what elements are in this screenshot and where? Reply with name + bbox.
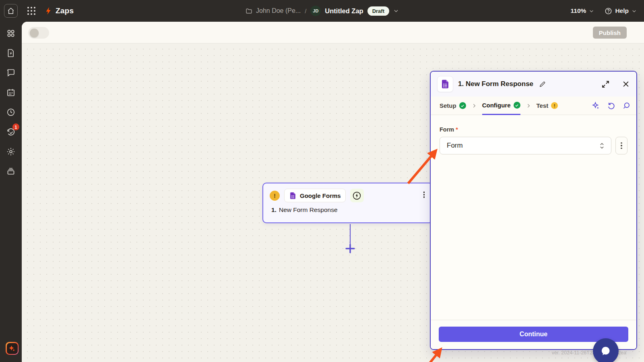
form-field-menu-button[interactable] — [615, 137, 627, 154]
editor-content: Publish ! Google Forms 1. New Form Respo… — [22, 22, 644, 362]
form-field-label: Form* — [440, 126, 627, 133]
tab-separator — [526, 97, 531, 115]
app-name: Google Forms — [300, 192, 341, 199]
close-panel-button[interactable] — [622, 80, 630, 88]
sidebar-item-schedule[interactable] — [6, 88, 16, 97]
chat-support-button[interactable] — [593, 338, 619, 362]
test-warning-icon: ! — [551, 102, 558, 109]
form-select[interactable]: Form — [440, 137, 611, 154]
breadcrumb-separator: / — [305, 8, 306, 14]
step-number: 1. — [271, 206, 277, 214]
folder-icon — [245, 8, 253, 14]
chevron-down-icon — [632, 8, 637, 14]
apps-icon — [6, 29, 16, 38]
zoom-level-control[interactable]: 110% — [571, 7, 594, 14]
tab-separator — [471, 97, 477, 115]
step-connector-line — [350, 224, 351, 244]
help-menu[interactable]: Help — [605, 7, 637, 15]
ai-copilot-button[interactable] — [6, 342, 19, 355]
breadcrumb-folder[interactable]: John Doe (Pe... — [245, 7, 301, 14]
sidebar-item-interfaces[interactable] — [6, 167, 16, 176]
add-step-button[interactable] — [345, 243, 355, 254]
sidebar-item-messages[interactable] — [6, 68, 16, 78]
document-bolt-icon — [6, 48, 16, 58]
chat-icon — [599, 345, 612, 358]
zaps-logo[interactable]: Zaps — [44, 6, 74, 15]
configure-done-icon — [514, 102, 520, 109]
select-stepper-icon — [599, 142, 605, 149]
trigger-event-badge[interactable] — [350, 189, 364, 202]
tab-setup[interactable]: Setup — [440, 97, 466, 115]
undo-icon — [607, 101, 615, 110]
tab-setup-label: Setup — [440, 102, 456, 109]
tab-configure-label: Configure — [482, 102, 511, 109]
zap-canvas[interactable]: ! Google Forms 1. New Form Response — [22, 43, 644, 362]
google-forms-icon — [440, 79, 450, 89]
editor-toolbar: Publish — [22, 22, 644, 43]
google-forms-icon — [289, 192, 297, 200]
form-select-value: Form — [447, 142, 463, 150]
panel-title: 1. New Form Response — [458, 80, 533, 88]
question-circle-icon — [605, 7, 612, 15]
sidebar-item-recent[interactable] — [6, 107, 16, 117]
tab-test-label: Test — [537, 102, 549, 109]
avatar: JD — [310, 6, 321, 16]
app-icon-tile — [437, 76, 453, 92]
zoom-level: 110% — [571, 7, 586, 14]
clock-icon — [6, 107, 16, 117]
step-config-panel: 1. New Form Response Setup — [430, 71, 637, 350]
header-right: 110% Help — [571, 7, 637, 15]
panel-tab-bar: Setup Configure Test ! — [431, 97, 636, 115]
warning-icon: ! — [270, 191, 280, 201]
chevron-down-icon[interactable] — [393, 8, 399, 14]
home-button[interactable] — [4, 4, 18, 18]
trigger-bolt-icon — [352, 191, 361, 200]
zap-on-off-toggle[interactable] — [28, 27, 49, 39]
sidebar-item-history[interactable]: 1 — [6, 127, 16, 137]
zap-title[interactable]: Untitled Zap — [325, 7, 363, 15]
setup-done-icon — [459, 102, 466, 109]
breadcrumb: John Doe (Pe... / JD Untitled Zap Draft — [245, 6, 399, 16]
sidebar-item-settings[interactable] — [6, 147, 16, 156]
required-asterisk: * — [456, 126, 458, 133]
app-selector-pill[interactable]: Google Forms — [284, 189, 346, 202]
sparkle-icon — [8, 345, 16, 352]
form-label-text: Form — [440, 126, 454, 133]
gear-icon — [6, 147, 16, 156]
app-grid-button[interactable] — [27, 7, 35, 15]
sidebar-item-templates[interactable] — [6, 48, 16, 58]
sidebar-item-apps[interactable] — [6, 29, 16, 38]
close-icon — [622, 80, 630, 88]
search-fields-button[interactable] — [622, 101, 631, 110]
calendar-icon — [6, 88, 16, 97]
undo-refresh-button[interactable] — [607, 101, 615, 110]
step-card-trigger[interactable]: ! Google Forms 1. New Form Response — [262, 183, 433, 223]
status-badge: Draft — [367, 6, 389, 16]
notification-badge: 1 — [12, 123, 19, 130]
step-menu-button[interactable] — [422, 190, 426, 199]
home-icon — [7, 7, 14, 14]
ai-assist-button[interactable] — [592, 101, 600, 110]
publish-button[interactable]: Publish — [593, 27, 627, 39]
left-sidebar: 1 — [0, 22, 22, 362]
app-title: Zaps — [56, 6, 74, 15]
expand-panel-button[interactable] — [601, 80, 610, 88]
sparkle-icon — [592, 101, 600, 110]
tab-configure[interactable]: Configure — [482, 97, 520, 115]
step-title: New Form Response — [279, 206, 338, 214]
tab-bar-actions — [592, 97, 631, 115]
stack-icon — [6, 167, 16, 176]
help-label: Help — [615, 7, 629, 14]
top-header: Zaps John Doe (Pe... / JD Untitled Zap D… — [0, 0, 644, 22]
search-icon — [622, 101, 631, 110]
arrow-to-continue-button — [415, 351, 440, 362]
expand-icon — [601, 80, 610, 88]
chat-bubble-icon — [6, 68, 16, 78]
rename-step-button[interactable] — [539, 81, 546, 88]
tab-test[interactable]: Test ! — [537, 97, 558, 115]
pencil-icon — [539, 81, 546, 88]
panel-body: Form* Form — [431, 115, 636, 166]
breadcrumb-folder-label: John Doe (Pe... — [256, 7, 301, 14]
lightning-bolt-icon — [44, 6, 52, 15]
panel-header: 1. New Form Response — [431, 72, 636, 97]
